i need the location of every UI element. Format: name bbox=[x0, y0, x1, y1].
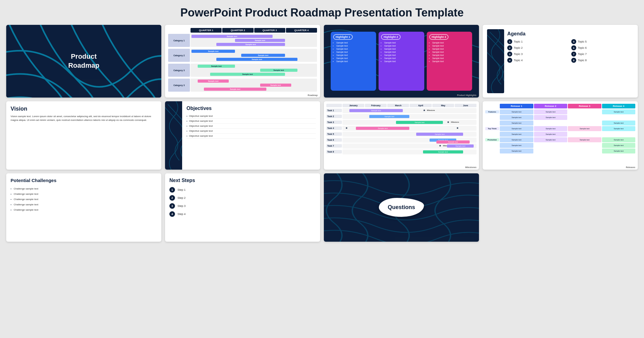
task-4-milestone-1: ★ bbox=[345, 126, 348, 130]
highlight-card-1: Highlight 1 Sample text Sample text Samp… bbox=[331, 32, 376, 91]
agenda-decoration bbox=[487, 29, 504, 93]
slide-questions[interactable]: Questions bbox=[324, 173, 479, 242]
agenda-text-3: Topic 3 bbox=[514, 53, 523, 56]
task-6-bar-2: Sample text bbox=[436, 140, 470, 144]
step-num-1: 1 bbox=[169, 187, 175, 193]
rel-cell-r2-3 bbox=[568, 115, 601, 120]
h1-item-5: Sample text bbox=[336, 54, 374, 56]
task-3-area: Sample text ★ Milestone bbox=[343, 120, 476, 125]
step-3: 3 Step 3 bbox=[169, 202, 316, 210]
highlight-card-3: Highlight 3 Sample text Sample text Samp… bbox=[427, 32, 472, 91]
release-2-header: Release 2 bbox=[534, 104, 568, 108]
rel-cell-tt2-4 bbox=[602, 132, 636, 137]
slide-challenges[interactable]: Potential Challenges Challenge sample te… bbox=[6, 173, 161, 242]
h1-item-3: Sample text bbox=[336, 48, 374, 50]
objectives-decoration bbox=[165, 101, 182, 170]
quarter-3-label: QUARTER 3 bbox=[254, 28, 285, 33]
task-1-milestone-label: Milestone bbox=[427, 109, 435, 111]
bar-4-1: Sample text bbox=[198, 80, 229, 83]
agenda-text-5: Topic 5 bbox=[578, 40, 587, 43]
rel-cell-p2-1: Sample text bbox=[500, 143, 533, 148]
agenda-text-7: Topic 7 bbox=[578, 53, 587, 56]
slide-objectives[interactable]: Objectives Objective sample text Objecti… bbox=[165, 101, 320, 170]
step-text-2: Step 2 bbox=[177, 196, 186, 199]
step-num-4: 4 bbox=[169, 211, 175, 217]
step-num-2: 2 bbox=[169, 195, 175, 201]
challenge-item-1: Challenge sample text bbox=[11, 186, 157, 191]
features-label: Features bbox=[485, 110, 499, 113]
rel-cell-f4: Sample text bbox=[602, 109, 636, 114]
gantt-task-2: Task 2 Sample text bbox=[326, 114, 476, 119]
agenda-num-8: 8 bbox=[571, 58, 576, 63]
challenge-item-2: Challenge sample text bbox=[11, 191, 157, 197]
h3-item-7: Sample text bbox=[432, 60, 470, 62]
release-row-topthink: Top Think Sample text Sample text Sample… bbox=[485, 126, 635, 131]
slide-agenda[interactable]: Agenda 1 Topic 1 5 Topic 5 2 Topic 2 6 T… bbox=[483, 25, 638, 98]
step-2: 2 Step 2 bbox=[169, 194, 316, 202]
rel-cell-p3-4: Sample text bbox=[602, 148, 636, 153]
challenges-title: Potential Challenges bbox=[11, 178, 157, 183]
h2-item-1: Sample text bbox=[384, 42, 421, 44]
rel-cell-tt2: Sample text bbox=[534, 126, 568, 131]
rel-cell-r3-2 bbox=[534, 121, 568, 126]
challenge-item-5: Challenge sample text bbox=[11, 207, 157, 212]
bar-4-2: Sample text bbox=[260, 84, 291, 87]
releases-slide-label: Releases bbox=[626, 166, 635, 168]
rel-cell-tt2-2: Sample text bbox=[534, 132, 568, 137]
rel-cell-tt2-3 bbox=[568, 132, 601, 137]
task-3-label: Task 3 bbox=[326, 121, 342, 124]
task-4-bar: Sample text bbox=[356, 127, 409, 130]
agenda-item-2: 2 Topic 2 bbox=[507, 45, 566, 50]
category-4-row: Category 3 Sample text Sample text Sampl… bbox=[168, 79, 317, 92]
rel-cell-r2-2: Sample text bbox=[534, 115, 568, 120]
slides-grid: Product Roadmap QUARTER 1 QUARTER 2 QUAR… bbox=[6, 25, 638, 242]
task-4-area: ★ Sample text ★ bbox=[343, 126, 476, 131]
task-2-bar: Sample text bbox=[369, 115, 409, 118]
category-2-row: Category 2 Sample text Sample text Sampl… bbox=[168, 49, 317, 62]
agenda-grid: 1 Topic 1 5 Topic 5 2 Topic 2 6 Topic 6 … bbox=[507, 39, 630, 63]
slide-releases[interactable]: Release 1 Release 2 Release 3 Release 4 … bbox=[483, 101, 638, 170]
agenda-num-7: 7 bbox=[571, 52, 576, 57]
slide-title[interactable]: Product Roadmap bbox=[6, 25, 161, 98]
step-num-3: 3 bbox=[169, 203, 175, 209]
slide-vision[interactable]: Vision Vision sample text. Lorem ipsum d… bbox=[6, 101, 161, 170]
step-text-3: Step 3 bbox=[177, 204, 186, 208]
release-row-features-label: Features Sample text Sample text Sample … bbox=[485, 109, 635, 114]
cat-1-bars: Sample text Sample text Sample text bbox=[191, 34, 317, 47]
rel-cell-p2: Sample text bbox=[534, 137, 568, 142]
gantt-task-8: Task 8 Sample text bbox=[326, 149, 476, 154]
task-1-area: Sample text ★ Milestone bbox=[343, 108, 476, 113]
slide-roadmap[interactable]: QUARTER 1 QUARTER 2 QUARTER 3 QUARTER 4 … bbox=[165, 25, 320, 98]
gantt-header: January February March April May June bbox=[326, 104, 476, 107]
quarter-4-label: QUARTER 4 bbox=[286, 28, 317, 33]
agenda-item-3: 3 Topic 3 bbox=[507, 52, 566, 57]
release-1-header: Release 1 bbox=[500, 104, 533, 108]
slide-highlights[interactable]: Highlight 1 Sample text Sample text Samp… bbox=[324, 25, 479, 98]
highlights-grid: Highlight 1 Sample text Sample text Samp… bbox=[328, 29, 475, 94]
step-4: 4 Step 4 bbox=[169, 210, 316, 218]
agenda-num-3: 3 bbox=[507, 52, 512, 57]
cat-1-label: Category 1 bbox=[168, 34, 190, 47]
rel-cell-p3-1: Sample text bbox=[500, 148, 533, 153]
task-4-milestone-2: ★ bbox=[456, 126, 459, 130]
highlight-1-title: Highlight 1 bbox=[333, 34, 353, 40]
task-4-label: Task 4 bbox=[326, 126, 342, 130]
agenda-text-1: Topic 1 bbox=[514, 40, 523, 43]
agenda-item-1: 1 Topic 1 bbox=[507, 39, 566, 44]
gantt-month-3: March bbox=[387, 104, 409, 107]
cat-3-bars: Sample text Sample text Sample text bbox=[191, 64, 317, 77]
highlight-2-title: Highlight 2 bbox=[381, 34, 401, 40]
release-row-3: Sample text Sample text bbox=[485, 121, 635, 126]
gantt-task-1: Task 1 Sample text ★ Milestone bbox=[326, 108, 476, 113]
bar-3-2: Sample text bbox=[260, 69, 297, 72]
rel-cell-p4: Sample text bbox=[602, 137, 636, 142]
h3-item-5: Sample text bbox=[432, 54, 470, 56]
h1-item-2: Sample text bbox=[336, 45, 374, 47]
rel-cell-f2: Sample text bbox=[534, 109, 568, 114]
step-text-4: Step 4 bbox=[177, 212, 186, 216]
agenda-text-4: Topic 4 bbox=[514, 59, 523, 62]
h2-item-4: Sample text bbox=[384, 51, 421, 53]
slide-nextsteps[interactable]: Next Steps 1 Step 1 2 Step 2 3 Step 3 4 … bbox=[165, 173, 320, 242]
agenda-title: Agenda bbox=[507, 31, 630, 37]
slide-milestones[interactable]: January February March April May June Ta… bbox=[324, 101, 479, 170]
